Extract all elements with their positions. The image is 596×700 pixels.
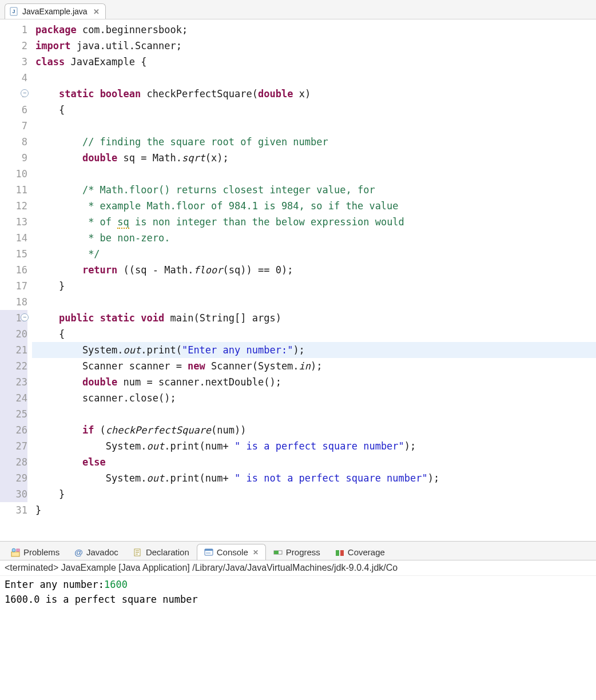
tab-problems-label: Problems (23, 547, 59, 557)
svg-rect-4 (17, 549, 19, 551)
code-line[interactable]: /* Math.floor() returns closest integer … (32, 182, 596, 198)
javadoc-icon: @ (74, 547, 83, 557)
code-line[interactable]: // finding the square root of given numb… (32, 134, 596, 150)
line-number: 3 (0, 54, 27, 70)
console-line-2: 1600.0 is a perfect square number (5, 592, 591, 607)
fold-toggle-icon[interactable]: − (21, 313, 29, 321)
tab-coverage[interactable]: Coverage (328, 544, 392, 560)
editor-tab-filename: JavaExample.java (22, 7, 88, 16)
code-line[interactable] (32, 406, 596, 422)
code-line[interactable] (32, 118, 596, 134)
line-number: 14 (0, 230, 27, 246)
bottom-view-tabs: Problems @ Javadoc Declaration Console ✕… (0, 541, 596, 560)
svg-rect-11 (340, 550, 344, 556)
code-line[interactable]: Scanner scanner = new Scanner(System.in)… (32, 358, 596, 374)
line-number: 24 (0, 390, 27, 406)
code-line[interactable]: static boolean checkPerfectSquare(double… (32, 86, 596, 102)
code-line[interactable]: * of sq is non integer than the below ex… (32, 214, 596, 230)
line-number: 26 (0, 422, 27, 438)
line-number: 25 (0, 406, 27, 422)
console-output[interactable]: Enter any number:1600 1600.0 is a perfec… (0, 576, 596, 624)
line-number: 10 (0, 166, 27, 182)
tab-javadoc-label: Javadoc (86, 547, 118, 557)
line-number-gutter: 12345−678910111213141516171819−202122232… (0, 22, 32, 518)
code-editor[interactable]: 12345−678910111213141516171819−202122232… (0, 19, 596, 518)
tab-console-label: Console (217, 547, 248, 557)
line-number: 8 (0, 134, 27, 150)
code-line[interactable]: System.out.print("Enter any number:"); (32, 342, 596, 358)
java-file-icon: J (10, 7, 19, 16)
line-number: 4 (0, 70, 27, 86)
code-line[interactable]: double num = scanner.nextDouble(); (32, 374, 596, 390)
code-line[interactable]: */ (32, 246, 596, 262)
line-number: 30 (0, 486, 27, 502)
coverage-icon (335, 548, 344, 557)
code-line[interactable]: * be non-zero. (32, 230, 596, 246)
line-number: 28 (0, 454, 27, 470)
code-line[interactable]: { (32, 326, 596, 342)
tab-declaration-label: Declaration (146, 547, 189, 557)
console-line-1: Enter any number:1600 (5, 577, 591, 592)
code-line[interactable]: } (32, 502, 596, 518)
line-number: 11 (0, 182, 27, 198)
code-line[interactable]: public static void main(String[] args) (32, 310, 596, 326)
code-line[interactable]: } (32, 278, 596, 294)
code-line[interactable]: } (32, 486, 596, 502)
svg-rect-2 (11, 552, 19, 556)
code-line[interactable]: double sq = Math.sqrt(x); (32, 150, 596, 166)
code-line[interactable] (32, 294, 596, 310)
close-tab-icon[interactable]: ✕ (93, 7, 100, 16)
line-number: 23 (0, 374, 27, 390)
code-line[interactable]: if (checkPerfectSquare(num)) (32, 422, 596, 438)
code-line[interactable]: package com.beginnersbook; (32, 22, 596, 38)
problems-icon (11, 548, 20, 557)
declaration-icon (133, 548, 142, 557)
console-launch-info: <terminated> JavaExample [Java Applicati… (0, 560, 596, 576)
line-number: 1 (0, 22, 27, 38)
code-line[interactable] (32, 70, 596, 86)
line-number: 12 (0, 198, 27, 214)
tab-problems[interactable]: Problems (3, 544, 67, 560)
editor-tabs: J JavaExample.java ✕ (0, 0, 596, 19)
line-number: 22 (0, 358, 27, 374)
line-number: 13 (0, 214, 27, 230)
code-line[interactable] (32, 166, 596, 182)
svg-rect-10 (336, 550, 339, 556)
line-number: 29 (0, 470, 27, 486)
code-line[interactable]: return ((sq - Math.floor(sq)) == 0); (32, 262, 596, 278)
code-line[interactable]: scanner.close(); (32, 390, 596, 406)
editor-tab-active[interactable]: J JavaExample.java ✕ (5, 3, 106, 19)
code-line[interactable]: import java.util.Scanner; (32, 38, 596, 54)
code-line[interactable]: System.out.print(num+ " is a perfect squ… (32, 438, 596, 454)
tab-console[interactable]: Console ✕ (197, 544, 266, 560)
line-number: 27 (0, 438, 27, 454)
svg-point-3 (12, 548, 15, 552)
progress-icon (273, 548, 283, 557)
svg-text:J: J (12, 9, 15, 14)
tab-javadoc[interactable]: @ Javadoc (67, 544, 126, 560)
tab-progress[interactable]: Progress (266, 544, 328, 560)
line-number: 16 (0, 262, 27, 278)
code-line[interactable]: else (32, 454, 596, 470)
svg-rect-9 (274, 551, 279, 554)
line-number: 5− (0, 86, 27, 102)
svg-rect-7 (205, 549, 213, 551)
line-number: 20 (0, 326, 27, 342)
line-number: 9 (0, 150, 27, 166)
tab-progress-label: Progress (286, 547, 320, 557)
code-line[interactable]: { (32, 102, 596, 118)
console-icon (204, 548, 213, 557)
code-line[interactable]: * example Math.floor of 984.1 is 984, so… (32, 198, 596, 214)
line-number: 6 (0, 102, 27, 118)
code-lines[interactable]: package com.beginnersbook;import java.ut… (32, 22, 596, 518)
line-number: 19− (0, 310, 27, 326)
line-number: 7 (0, 118, 27, 134)
tab-coverage-label: Coverage (348, 547, 385, 557)
close-console-icon[interactable]: ✕ (253, 548, 259, 556)
fold-toggle-icon[interactable]: − (21, 89, 29, 97)
code-line[interactable]: class JavaExample { (32, 54, 596, 70)
tab-declaration[interactable]: Declaration (126, 544, 197, 560)
code-line[interactable]: System.out.print(num+ " is not a perfect… (32, 470, 596, 486)
line-number: 21 (0, 342, 27, 358)
line-number: 17 (0, 278, 27, 294)
